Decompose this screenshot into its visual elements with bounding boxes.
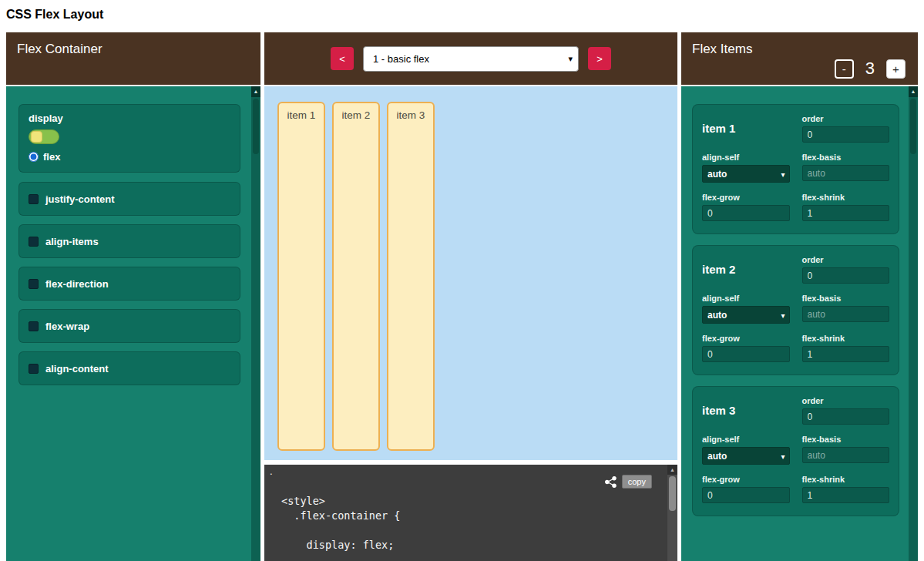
flex-grow-input[interactable] <box>702 205 790 221</box>
flex-shrink-label: flex-shrink <box>802 475 890 484</box>
align-items-label: align-items <box>45 236 99 247</box>
align-items-checkbox[interactable] <box>29 237 39 247</box>
flex-grow-label: flex-grow <box>702 193 790 202</box>
order-label: order <box>802 114 890 123</box>
flex-items-panel: item 1 order align-self auto ▾ <box>681 86 918 561</box>
flex-basis-input[interactable] <box>802 165 890 181</box>
item-card-title: item 2 <box>702 263 735 276</box>
property-card-flex-direction: flex-direction <box>18 267 240 301</box>
page-title: CSS Flex Layout <box>6 8 924 22</box>
flex-grow-label: flex-grow <box>702 334 790 343</box>
flex-basis-input[interactable] <box>802 306 890 322</box>
flex-grow-input[interactable] <box>702 346 790 362</box>
display-toggle[interactable] <box>29 129 59 144</box>
code-panel: . <style> .flex-container { display: fle… <box>264 465 677 561</box>
example-select[interactable]: 1 - basic flex <box>363 46 579 72</box>
flex-basis-label: flex-basis <box>802 153 890 162</box>
flex-items-title: Flex Items <box>692 42 752 56</box>
display-flex-radio[interactable] <box>29 152 39 162</box>
item-card-title: item 1 <box>702 122 735 135</box>
align-content-label: align-content <box>45 363 109 375</box>
flex-shrink-input[interactable] <box>802 346 890 362</box>
flex-basis-input[interactable] <box>802 447 890 463</box>
order-input[interactable] <box>802 126 890 143</box>
order-label: order <box>802 255 890 264</box>
display-flex-radio-label: flex <box>43 151 60 163</box>
align-self-label: align-self <box>702 294 790 303</box>
scrollbar-thumb[interactable] <box>669 476 676 511</box>
flex-shrink-input[interactable] <box>802 487 890 503</box>
example-nav-header: < 1 - basic flex ▾ > <box>264 32 677 85</box>
flex-shrink-label: flex-shrink <box>802 193 890 202</box>
align-self-select[interactable]: auto <box>702 447 790 465</box>
code-artifact-dot: . <box>270 465 273 477</box>
toggle-knob-icon <box>31 131 42 143</box>
scroll-up-icon[interactable]: ▲ <box>909 86 918 97</box>
flex-wrap-label: flex-wrap <box>45 321 89 332</box>
prev-example-button[interactable]: < <box>331 47 354 70</box>
flex-preview-item-3: item 3 <box>387 102 435 451</box>
flex-shrink-input[interactable] <box>802 205 890 221</box>
order-input[interactable] <box>802 408 890 425</box>
align-self-select[interactable]: auto <box>702 306 790 324</box>
left-panel-scrollbar[interactable]: ▲ <box>251 86 260 561</box>
flex-preview-item-2: item 2 <box>332 102 380 451</box>
property-card-justify-content: justify-content <box>18 182 240 216</box>
next-example-button[interactable]: > <box>588 47 611 70</box>
flex-wrap-checkbox[interactable] <box>29 321 39 331</box>
flex-container-column: Flex Container display flex justify-cont… <box>6 32 260 561</box>
display-card: display flex <box>18 104 240 173</box>
copy-code-button[interactable]: copy <box>622 475 652 489</box>
item-count: 3 <box>865 59 875 79</box>
flex-container-header: Flex Container <box>6 32 260 85</box>
scrollbar-thumb[interactable] <box>910 99 916 154</box>
property-card-flex-wrap: flex-wrap <box>18 309 240 343</box>
flex-container-title: Flex Container <box>17 42 102 56</box>
order-label: order <box>802 396 890 405</box>
property-card-align-items: align-items <box>18 224 240 258</box>
flex-grow-label: flex-grow <box>702 475 790 484</box>
flex-grow-input[interactable] <box>702 487 790 503</box>
align-content-checkbox[interactable] <box>29 364 39 374</box>
remove-item-button[interactable]: - <box>835 59 854 79</box>
flex-shrink-label: flex-shrink <box>802 334 890 343</box>
align-self-select[interactable]: auto <box>702 165 790 183</box>
flex-direction-checkbox[interactable] <box>29 279 39 289</box>
flex-items-column: Flex Items - 3 + item 1 order align-self <box>681 32 918 561</box>
flex-item-card-3: item 3 order align-self auto ▾ <box>692 386 899 516</box>
right-panel-scrollbar[interactable]: ▲ <box>909 86 918 561</box>
align-self-label: align-self <box>702 153 790 162</box>
preview-column: < 1 - basic flex ▾ > item 1 item 2 item … <box>264 32 677 561</box>
flex-item-card-2: item 2 order align-self auto ▾ <box>692 245 899 375</box>
flex-container-panel: display flex justify-content align-items <box>6 86 260 561</box>
align-self-label: align-self <box>702 435 790 444</box>
flex-preview-item-1: item 1 <box>277 102 325 451</box>
justify-content-label: justify-content <box>45 193 115 205</box>
item-card-title: item 3 <box>702 404 735 417</box>
add-item-button[interactable]: + <box>886 59 906 79</box>
code-block: <style> .flex-container { display: flex; <box>281 494 400 553</box>
justify-content-checkbox[interactable] <box>29 194 39 204</box>
flex-item-card-1: item 1 order align-self auto ▾ <box>692 104 899 234</box>
scrollbar-thumb[interactable] <box>253 99 259 154</box>
display-flex-option: flex <box>29 151 230 163</box>
property-card-align-content: align-content <box>18 351 240 385</box>
top-bar: CSS Flex Layout <box>0 0 924 32</box>
main-columns: Flex Container display flex justify-cont… <box>0 32 924 561</box>
item-count-controls: - 3 + <box>835 59 906 79</box>
flex-preview-area: item 1 item 2 item 3 <box>264 86 677 460</box>
flex-direction-label: flex-direction <box>45 278 109 290</box>
flex-basis-label: flex-basis <box>802 435 890 444</box>
display-label: display <box>29 113 230 124</box>
scroll-up-icon[interactable]: ▲ <box>251 86 260 97</box>
order-input[interactable] <box>802 267 890 284</box>
share-icon[interactable] <box>604 475 617 491</box>
scroll-up-icon[interactable]: ▲ <box>667 465 677 475</box>
flex-items-header: Flex Items - 3 + <box>681 32 918 85</box>
flex-basis-label: flex-basis <box>802 294 890 303</box>
code-scrollbar[interactable]: ▲ <box>667 465 677 561</box>
